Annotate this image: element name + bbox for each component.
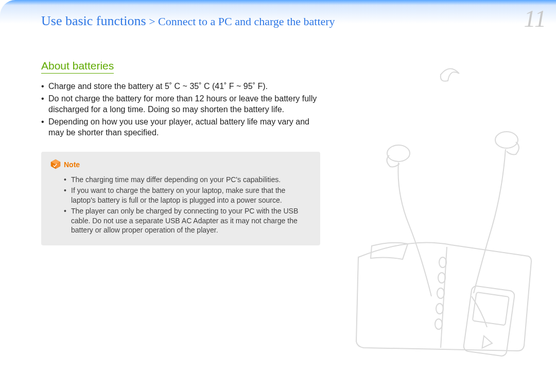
svg-point-7	[438, 273, 445, 283]
list-item: Charge and store the battery at 5˚ C ~ 3…	[41, 81, 327, 92]
breadcrumb: Use basic functions > Connect to a PC an…	[41, 13, 335, 29]
page-number: 11	[524, 5, 547, 32]
note-cube-icon	[50, 159, 61, 171]
note-header: Note	[50, 159, 80, 171]
list-item: Do not charge the battery for more than …	[41, 93, 327, 115]
note-label: Note	[64, 161, 80, 169]
page: Use basic functions > Connect to a PC an…	[0, 0, 556, 392]
note-box: Note The charging time may differ depend…	[41, 152, 320, 245]
breadcrumb-sub: Connect to a PC and charge the battery	[158, 15, 335, 28]
svg-point-3	[387, 145, 410, 162]
list-item: If you want to charge the battery on you…	[64, 186, 311, 205]
svg-point-4	[495, 132, 518, 148]
svg-rect-12	[473, 292, 509, 325]
breadcrumb-main: Use basic functions	[41, 13, 146, 28]
svg-point-9	[436, 304, 443, 314]
svg-point-8	[437, 288, 444, 298]
content-column: About batteries Charge and store the bat…	[41, 60, 327, 245]
list-item: Depending on how you use your player, ac…	[41, 116, 327, 138]
decorative-illustration	[338, 62, 554, 370]
svg-point-10	[435, 319, 442, 329]
section-title: About batteries	[41, 60, 114, 74]
note-bullets: The charging time may differ depending o…	[50, 175, 311, 235]
svg-marker-13	[482, 336, 493, 349]
section-bullets: Charge and store the battery at 5˚ C ~ 3…	[41, 81, 327, 138]
breadcrumb-sep: >	[146, 15, 158, 28]
svg-point-6	[439, 257, 446, 268]
list-item: The player can only be charged by connec…	[64, 206, 311, 236]
list-item: The charging time may differ depending o…	[64, 175, 311, 185]
